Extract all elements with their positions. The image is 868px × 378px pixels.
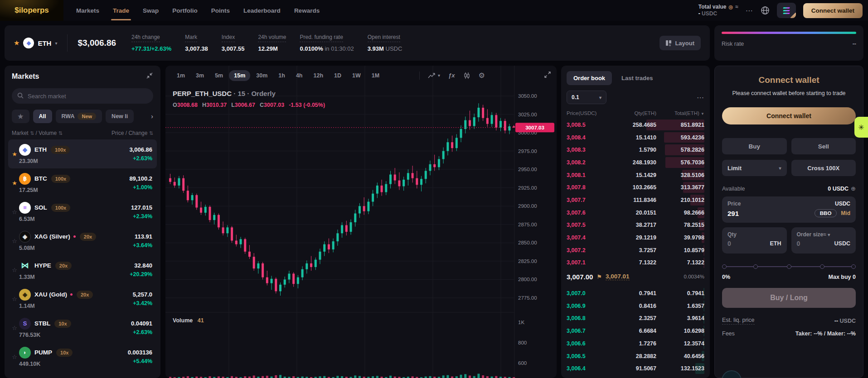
chart-canvas[interactable]: 3050.003025.003000.002975.002950.002925.… [165, 66, 557, 378]
expand-chart-icon[interactable] [544, 71, 551, 80]
market-row-btc[interactable]: ★฿BTC100x17.25M89,100.2+1.00% [8, 168, 157, 197]
timeframe-1D[interactable]: 1D [329, 70, 346, 81]
more-menu-icon[interactable]: ⋯ [746, 6, 753, 15]
candles-icon[interactable] [463, 72, 470, 79]
nav-item-swap[interactable]: Swap [143, 7, 159, 14]
deposit-plus-icon[interactable]: ⊕ [851, 185, 856, 192]
ask-row[interactable]: 3,008.5258.4685851.8921 [567, 119, 704, 131]
timeframe-1W[interactable]: 1W [347, 70, 366, 81]
bid-row[interactable]: 3,006.76.668410.6298 [567, 325, 704, 337]
tab-favorites[interactable]: ★ [12, 110, 29, 123]
favorite-star-icon[interactable]: ★ [14, 39, 19, 47]
mid-button[interactable]: Mid [841, 210, 850, 216]
favorite-star-icon[interactable]: ★ [10, 151, 19, 158]
col-volume[interactable]: / Volume [36, 130, 57, 136]
tab-rwa[interactable]: RWANew [56, 110, 102, 123]
language-globe-icon[interactable] [761, 6, 770, 15]
col-total[interactable]: Total(ETH) ▼ [656, 110, 704, 116]
bid-row[interactable]: 3,007.00.79410.7941 [567, 287, 704, 300]
order-size-value[interactable]: 0 [797, 240, 800, 247]
buy-long-button[interactable]: Buy / Long [722, 288, 856, 308]
slider-stop-75[interactable] [820, 264, 824, 269]
price-input-value[interactable]: 291 [727, 210, 739, 217]
ask-row[interactable]: 3,007.620.015198.2666 [567, 206, 704, 219]
timeframe-12h[interactable]: 12h [308, 70, 328, 81]
collapse-panel-icon[interactable] [146, 72, 153, 81]
favorite-star-icon[interactable]: ☆ [10, 267, 19, 273]
nav-item-portfolio[interactable]: Portfolio [172, 7, 198, 14]
order-type-select[interactable]: Limit ▾ [722, 160, 787, 176]
ask-row[interactable]: 3,007.17.13227.1322 [567, 257, 704, 269]
ask-row[interactable]: 3,008.115.1429328.5106 [567, 169, 704, 182]
timeframe-5m[interactable]: 5m [210, 70, 228, 81]
ask-row[interactable]: 3,007.429.121939.9798 [567, 231, 704, 244]
bid-row[interactable]: 3,006.491.5067132.1523 [567, 362, 704, 375]
floating-asterisk-widget[interactable]: ✳ [854, 117, 868, 138]
market-row-xau[interactable]: ☆◈XAU (Gold)20x1.14M5,257.0+3.42% [8, 284, 157, 313]
favorite-star-icon[interactable]: ☆ [10, 238, 19, 244]
ask-row[interactable]: 3,008.31.5790578.2826 [567, 144, 704, 156]
sell-tab[interactable]: Sell [791, 138, 856, 154]
slider-stop-50[interactable] [787, 264, 791, 269]
ask-row[interactable]: 3,007.8103.2665313.3677 [567, 181, 704, 194]
timeframe-3m[interactable]: 3m [191, 70, 209, 81]
app-logo[interactable]: $iloperps [0, 0, 63, 21]
ask-row[interactable]: 3,007.538.271778.2515 [567, 219, 704, 232]
favorite-star-icon[interactable]: ☆ [10, 296, 19, 302]
symbol-selector[interactable]: ★ ◆ ETH ▾ [14, 38, 57, 48]
visibility-toggle-icon[interactable]: ◎ [729, 4, 733, 10]
market-row-sol[interactable]: ☆≡SOL100x6.53M127.015+2.34% [8, 197, 157, 226]
timeframe-4h[interactable]: 4h [291, 70, 308, 81]
layout-button[interactable]: Layout [659, 36, 701, 50]
tab-order-book[interactable]: Order book [567, 71, 612, 85]
slider-stop-25[interactable] [753, 264, 758, 269]
slider-stop-100[interactable] [851, 264, 856, 269]
market-row-pump[interactable]: ☆◗PUMP10x449.10K0.003136+5.44% [8, 342, 157, 371]
tick-size-select[interactable]: 0.1 ▾ [567, 91, 606, 104]
leverage-button[interactable]: Cross 100X [791, 160, 856, 176]
bid-row[interactable]: 3,006.90.84161.6357 [567, 300, 704, 312]
order-size-input[interactable]: Order size≈ ▾ 0 USDC [791, 227, 856, 254]
favorite-star-icon[interactable]: ☆ [10, 354, 19, 360]
quantity-slider[interactable] [722, 264, 856, 269]
tabs-scroll-right-icon[interactable]: › [141, 110, 153, 123]
buy-tab[interactable]: Buy [722, 138, 787, 154]
timeframe-1M[interactable]: 1M [367, 70, 384, 81]
qty-input[interactable]: Qty 0 ETH [722, 227, 787, 254]
ask-row[interactable]: 3,007.7111.8346210.1012 [567, 194, 704, 206]
market-row-hype[interactable]: ☆⋈HYPE20x1.33M32.840+20.29% [8, 255, 157, 284]
ask-row[interactable]: 3,008.415.1410593.4236 [567, 131, 704, 144]
bid-row[interactable]: 3,006.61.727612.3574 [567, 337, 704, 350]
search-market-input[interactable]: Search market [12, 88, 153, 104]
ask-row[interactable]: 3,008.2248.1930576.7036 [567, 156, 704, 169]
nav-item-rewards[interactable]: Rewards [294, 7, 320, 14]
bbo-button[interactable]: BBO [815, 209, 837, 217]
nav-item-leaderboard[interactable]: Leaderboard [243, 7, 281, 14]
orderbook-more-icon[interactable]: ⋯ [697, 93, 704, 102]
col-price-change[interactable]: Price / Change [112, 130, 147, 136]
indicators-icon[interactable]: ƒx [448, 72, 455, 79]
timeframe-15m[interactable]: 15m [229, 70, 250, 81]
line-chart-style-icon[interactable]: ▾ [428, 72, 440, 79]
timeframe-30m[interactable]: 30m [251, 70, 272, 81]
market-row-eth[interactable]: ★◆ETH100x23.30M3,006.86+2.63% [8, 139, 157, 168]
favorite-star-icon[interactable]: ★ [10, 180, 19, 187]
col-market[interactable]: Market [12, 130, 29, 136]
market-row-stbl[interactable]: ☆SSTBL10x776.53K0.04091+2.63% [8, 313, 157, 342]
bid-row[interactable]: 3,006.82.32573.9614 [567, 312, 704, 325]
slider-stop-0[interactable] [722, 264, 727, 269]
bid-row[interactable]: 3,006.528.288240.6456 [567, 350, 704, 363]
qty-input-value[interactable]: 0 [727, 240, 731, 247]
mark-price[interactable]: 3,007.01 [606, 273, 630, 280]
timeframe-1h[interactable]: 1h [273, 70, 290, 81]
connect-wallet-button[interactable]: Connect wallet [722, 107, 856, 124]
favorite-star-icon[interactable]: ☆ [10, 325, 19, 331]
nav-item-trade[interactable]: Trade [113, 7, 129, 14]
nav-item-points[interactable]: Points [211, 7, 230, 14]
ask-row[interactable]: 3,007.23.725710.8579 [567, 244, 704, 257]
chart-settings-gear-icon[interactable]: ⚙ [479, 71, 485, 80]
timeframe-1m[interactable]: 1m [172, 70, 190, 81]
price-input[interactable]: Price USDC 291 BBO Mid [722, 196, 856, 223]
tab-new-li[interactable]: New li [106, 110, 134, 123]
tab-last-trades[interactable]: Last trades [615, 71, 659, 85]
